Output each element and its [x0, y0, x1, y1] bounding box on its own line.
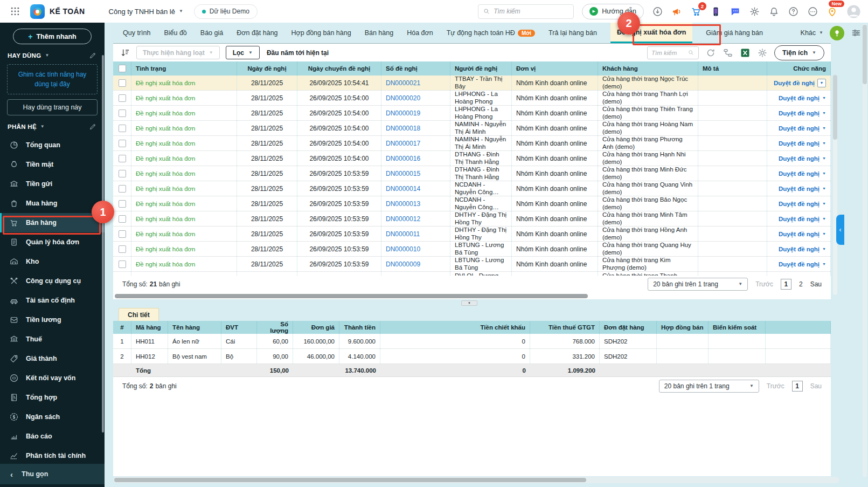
chat-icon[interactable]	[730, 6, 741, 17]
grid-horizontal-scrollbar[interactable]	[113, 293, 831, 299]
scrollbar-thumb[interactable]	[115, 294, 588, 298]
row-checkbox[interactable]	[119, 125, 126, 132]
row-checkbox[interactable]	[119, 200, 126, 208]
page-vertical-scrollbar[interactable]	[863, 24, 867, 477]
tab-4[interactable]: Đơn đặt hàng	[237, 23, 277, 43]
tab-7[interactable]: Hóa đơn	[407, 23, 433, 43]
quick-add-button[interactable]: + Thêm nhanh	[13, 29, 92, 44]
document-number-link[interactable]: DN0000015	[386, 170, 420, 177]
grid-search[interactable]	[647, 46, 699, 59]
document-number-link[interactable]: DN0000012	[386, 215, 420, 223]
cart-icon[interactable]: 2	[691, 6, 702, 17]
sidebar-item-4[interactable]: Mua hàng	[0, 194, 105, 213]
approve-request-button[interactable]: Duyệt đề nghị▼	[779, 216, 826, 222]
sidebar-item-13[interactable]: Kết nối vay vốn	[0, 368, 105, 388]
sidebar-item-10[interactable]: Tiền lương	[0, 310, 105, 330]
document-number-link[interactable]: DN0000013	[386, 200, 420, 208]
approve-request-button[interactable]: Duyệt đề nghị▼	[779, 246, 826, 252]
approve-request-button[interactable]: Duyệt đề nghị▼	[779, 170, 826, 177]
row-checkbox[interactable]	[119, 230, 126, 238]
sidebar-item-2[interactable]: Tiền mặt	[0, 155, 105, 174]
modules-section[interactable]: PHÂN HỆ ▼	[0, 122, 105, 131]
sidebar-item-15[interactable]: Ngân sách	[0, 407, 105, 427]
document-number-link[interactable]: DN0000011	[386, 230, 420, 238]
approve-request-button[interactable]: Duyệt đề nghị▼	[779, 140, 826, 147]
tab-detail[interactable]: Chi tiết	[119, 308, 159, 321]
phone-icon[interactable]	[710, 6, 721, 17]
user-avatar[interactable]	[846, 4, 862, 19]
detail-page-size-select[interactable]: 20 bản ghi trên 1 trang▼	[659, 380, 759, 393]
grid-vertical-scrollbar[interactable]	[833, 75, 837, 295]
row-checkbox[interactable]	[119, 260, 126, 268]
global-search-input[interactable]	[494, 8, 564, 15]
approve-request-button[interactable]: Duyệt đề nghị▼	[779, 261, 826, 267]
select-all-checkbox[interactable]	[119, 65, 126, 72]
document-number-link[interactable]: DN0000017	[386, 140, 420, 147]
filter-button[interactable]: Lọc▼	[226, 46, 260, 59]
page-horizontal-scrollbar[interactable]	[113, 477, 839, 483]
use-this-page-button[interactable]: Hay dùng trang này	[7, 99, 98, 115]
next-page-button[interactable]: Sau	[810, 280, 822, 288]
tab-9[interactable]: Trả lại hàng bán	[548, 23, 597, 43]
document-number-link[interactable]: DN0000020	[386, 94, 420, 102]
sidebar-item-17[interactable]: Phân tích tài chính	[0, 446, 105, 465]
sort-icon[interactable]	[120, 47, 130, 58]
app-grid-icon[interactable]	[10, 6, 20, 17]
grid-settings-icon[interactable]	[757, 47, 768, 58]
bell-icon[interactable]	[768, 6, 780, 17]
global-search[interactable]	[478, 4, 574, 19]
row-checkbox[interactable]	[119, 79, 126, 87]
utilities-button[interactable]: Tiện ích▼	[774, 45, 824, 60]
sidebar-item-3[interactable]: Tiền gửi	[0, 174, 105, 194]
scrollbar-thumb[interactable]	[833, 75, 837, 140]
sidebar-item-8[interactable]: Công cụ dụng cụ	[0, 271, 105, 291]
company-selector[interactable]: Công ty TNHH bán lẻ ▼	[109, 8, 183, 16]
tab-2[interactable]: Biểu đồ	[164, 23, 186, 43]
detail-prev-page-button[interactable]: Trước	[767, 382, 784, 390]
sidebar-scrollbar[interactable]	[102, 55, 104, 433]
sidebar-item-1[interactable]: Tổng quan	[0, 135, 105, 155]
document-number-link[interactable]: DN0000019	[386, 109, 420, 117]
tab-8[interactable]: Tự động hạch toán HĐMới	[447, 23, 535, 43]
row-checkbox[interactable]	[119, 170, 126, 177]
map-pin-icon[interactable]: New	[827, 6, 838, 17]
tab-3[interactable]: Báo giá	[200, 23, 223, 43]
tab-more[interactable]: Khác ▼	[801, 29, 823, 37]
sidebar-item-6[interactable]: Quản lý hóa đơn	[0, 232, 105, 252]
scrollbar-thumb[interactable]	[863, 25, 867, 84]
row-checkbox[interactable]	[119, 109, 126, 117]
document-number-link[interactable]: DN0000016	[386, 155, 420, 162]
approve-request-button[interactable]: Duyệt đề nghị▼	[779, 125, 826, 132]
excel-export-icon[interactable]	[740, 47, 751, 58]
sidebar-item-14[interactable]: Tổng hợp	[0, 388, 105, 407]
batch-action-button[interactable]: Thực hiện hàng loạt▼	[136, 46, 220, 59]
view-settings-icon[interactable]	[851, 28, 862, 38]
sidebar-item-12[interactable]: Giá thành	[0, 349, 105, 368]
collapse-sidebar-button[interactable]: ‹ Thu gọn	[0, 464, 105, 484]
approve-request-button[interactable]: Duyệt đề nghị▼	[779, 201, 826, 207]
approve-request-button[interactable]: Duyệt đề nghị▼	[774, 79, 826, 87]
row-checkbox[interactable]	[119, 155, 126, 162]
lightbulb-button[interactable]	[830, 26, 844, 40]
document-number-link[interactable]: DN0000014	[386, 185, 420, 193]
tab-1[interactable]: Quy trình	[123, 23, 150, 43]
approve-request-button[interactable]: Duyệt đề nghị▼	[779, 231, 826, 237]
workflow-icon[interactable]	[723, 47, 733, 58]
scrollbar-thumb[interactable]	[114, 478, 586, 482]
sidebar-item-16[interactable]: Báo cáo	[0, 427, 105, 446]
approve-request-button[interactable]: Duyệt đề nghị▼	[779, 110, 826, 116]
tab-5[interactable]: Hợp đồng bán hàng	[291, 23, 351, 43]
sidebar-item-11[interactable]: Thuế	[0, 330, 105, 349]
document-number-link[interactable]: DN0000009	[386, 260, 420, 268]
detail-page-1-button[interactable]: 1	[792, 381, 803, 392]
approve-request-button[interactable]: Duyệt đề nghị▼	[779, 95, 826, 101]
megaphone-icon[interactable]	[671, 6, 683, 17]
sidebar-item-7[interactable]: Kho	[0, 252, 105, 271]
gear-icon[interactable]	[749, 6, 760, 17]
row-checkbox[interactable]	[119, 215, 126, 223]
action-dropdown-button[interactable]: ▼	[817, 79, 826, 87]
page-size-select[interactable]: 20 bản ghi trên 1 trang▼	[648, 278, 748, 291]
expand-panel-handle[interactable]: ‹	[836, 215, 844, 245]
prev-page-button[interactable]: Trước	[755, 280, 773, 288]
help-icon[interactable]	[788, 6, 799, 17]
